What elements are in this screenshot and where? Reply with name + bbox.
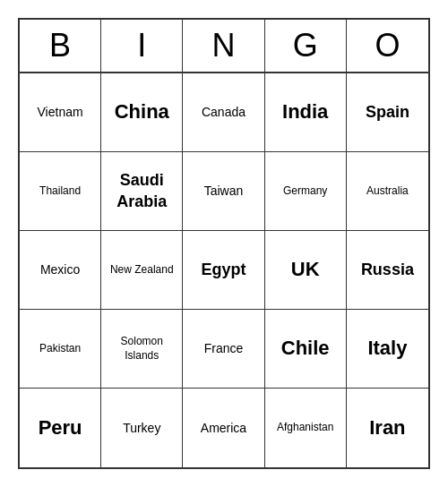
- bingo-cell-2: Canada: [183, 73, 264, 152]
- header-letter-i: I: [101, 20, 183, 72]
- bingo-cell-1: China: [101, 73, 183, 152]
- bingo-cell-3: India: [265, 73, 347, 152]
- header-letter-g: G: [265, 20, 347, 72]
- bingo-cell-19: Italy: [347, 310, 428, 389]
- bingo-cell-8: Germany: [265, 152, 347, 231]
- bingo-cell-14: Russia: [347, 231, 428, 310]
- bingo-cell-10: Mexico: [20, 231, 101, 310]
- bingo-cell-4: Spain: [347, 73, 428, 152]
- bingo-cell-0: Vietnam: [20, 73, 101, 152]
- bingo-cell-13: UK: [265, 231, 347, 310]
- bingo-cell-23: Afghanistan: [265, 389, 347, 467]
- bingo-cell-15: Pakistan: [20, 310, 101, 389]
- bingo-cell-6: Saudi Arabia: [101, 152, 183, 231]
- bingo-cell-11: New Zealand: [101, 231, 183, 310]
- bingo-cell-20: Peru: [20, 389, 101, 467]
- header-letter-n: N: [183, 20, 264, 72]
- bingo-cell-5: Thailand: [20, 152, 101, 231]
- header-letter-b: B: [20, 20, 101, 72]
- bingo-cell-9: Australia: [347, 152, 428, 231]
- bingo-cell-21: Turkey: [101, 389, 183, 467]
- bingo-grid: VietnamChinaCanadaIndiaSpainThailandSaud…: [20, 73, 428, 467]
- bingo-cell-24: Iran: [347, 389, 428, 467]
- bingo-cell-12: Egypt: [183, 231, 264, 310]
- bingo-cell-16: Solomon Islands: [101, 310, 183, 389]
- bingo-card: BINGO VietnamChinaCanadaIndiaSpainThaila…: [18, 18, 430, 469]
- bingo-cell-18: Chile: [265, 310, 347, 389]
- bingo-cell-17: France: [183, 310, 264, 389]
- bingo-cell-7: Taiwan: [183, 152, 264, 231]
- bingo-header: BINGO: [20, 20, 428, 73]
- bingo-cell-22: America: [183, 389, 264, 467]
- header-letter-o: O: [347, 20, 428, 72]
